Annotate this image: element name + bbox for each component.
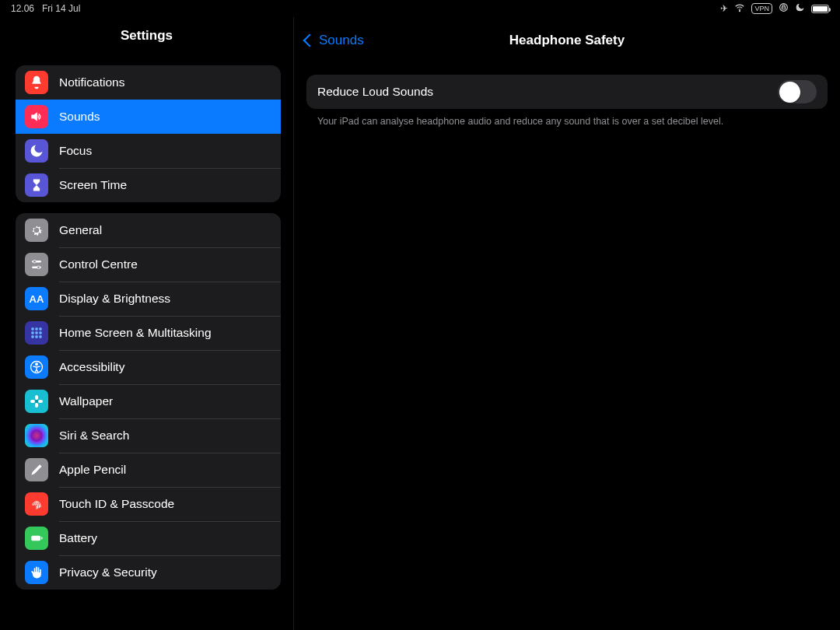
person-icon	[25, 355, 48, 379]
sidebar-header: Settings	[0, 17, 293, 54]
svg-rect-6	[31, 327, 33, 330]
detail-footer: Your iPad can analyse headphone audio an…	[294, 109, 840, 128]
sidebar-item-label: Accessibility	[59, 360, 124, 374]
sidebar-item-label: Notifications	[59, 75, 124, 89]
svg-point-17	[35, 400, 38, 403]
sidebar-item-label: Privacy & Security	[59, 565, 157, 579]
sidebar-item-label: Touch ID & Passcode	[59, 497, 174, 511]
sidebar-item-label: Sounds	[59, 110, 100, 124]
detail-pane: Sounds Headphone Safety Reduce Loud Soun…	[294, 17, 840, 630]
pencil-icon	[25, 458, 48, 481]
battery-icon	[25, 527, 48, 550]
sidebar-item-label: Focus	[59, 144, 92, 158]
aa-icon: AA	[25, 287, 48, 310]
svg-rect-14	[39, 335, 41, 338]
status-bar: 12.06 Fri 14 Jul ✈ VPN	[0, 0, 840, 17]
hourglass-icon	[25, 173, 48, 197]
sidebar-group-2: General Control Centre AA Display & Brig…	[16, 213, 281, 590]
battery-icon	[811, 5, 829, 13]
svg-rect-10	[35, 331, 37, 334]
svg-point-3	[33, 260, 37, 263]
wifi-icon	[734, 2, 745, 16]
orientation-lock-icon	[779, 2, 789, 15]
sidebar-title: Settings	[121, 28, 173, 44]
row-reduce-loud-sounds[interactable]: Reduce Loud Sounds	[306, 75, 828, 109]
sidebar-item-battery[interactable]: Battery	[16, 521, 281, 555]
sidebar-item-privacy-security[interactable]: Privacy & Security	[16, 555, 281, 590]
svg-point-22	[31, 430, 43, 442]
svg-point-0	[740, 10, 740, 11]
svg-rect-12	[31, 335, 33, 338]
sidebar-item-label: Display & Brightness	[59, 292, 170, 306]
hand-icon	[25, 561, 48, 584]
sidebar-item-general[interactable]: General	[16, 213, 281, 247]
sidebar-item-touch-id[interactable]: Touch ID & Passcode	[16, 487, 281, 521]
sliders-icon	[25, 253, 48, 276]
back-label: Sounds	[319, 33, 364, 48]
sidebar-item-apple-pencil[interactable]: Apple Pencil	[16, 453, 281, 487]
svg-rect-7	[35, 327, 37, 330]
reduce-loud-sounds-toggle[interactable]	[778, 80, 817, 103]
svg-rect-23	[31, 536, 40, 541]
svg-point-16	[36, 363, 38, 366]
sidebar-item-label: General	[59, 223, 102, 237]
status-left: 12.06 Fri 14 Jul	[11, 3, 80, 14]
sidebar-item-label: Home Screen & Multitasking	[59, 326, 212, 340]
airplane-mode-icon: ✈	[720, 3, 728, 14]
chevron-left-icon	[303, 34, 317, 47]
svg-point-18	[35, 395, 38, 400]
detail-title: Headphone Safety	[305, 33, 829, 48]
moon-icon	[795, 2, 805, 15]
bell-icon	[25, 71, 48, 94]
flower-icon	[25, 390, 48, 413]
sidebar-item-notifications[interactable]: Notifications	[16, 65, 281, 100]
sidebar-item-home-screen[interactable]: Home Screen & Multitasking	[16, 316, 281, 350]
fingerprint-icon	[25, 492, 48, 516]
detail-group: Reduce Loud Sounds	[306, 75, 828, 109]
moon-icon	[25, 139, 48, 163]
siri-icon	[25, 424, 48, 447]
status-right: ✈ VPN	[720, 2, 829, 16]
sidebar-item-display-brightness[interactable]: AA Display & Brightness	[16, 282, 281, 316]
row-label: Reduce Loud Sounds	[317, 85, 433, 99]
svg-rect-24	[41, 537, 43, 539]
svg-rect-11	[39, 331, 41, 334]
sidebar-group-1: Notifications Sounds Focus Screen Time	[16, 65, 281, 202]
grid-icon	[25, 321, 48, 345]
status-date: Fri 14 Jul	[42, 3, 80, 14]
sidebar-item-label: Apple Pencil	[59, 463, 126, 477]
sidebar-item-label: Siri & Search	[59, 429, 129, 443]
sidebar-item-wallpaper[interactable]: Wallpaper	[16, 384, 281, 418]
status-time: 12.06	[11, 3, 34, 14]
detail-nav: Sounds Headphone Safety	[305, 25, 829, 56]
sidebar-item-siri-search[interactable]: Siri & Search	[16, 418, 281, 453]
svg-point-20	[30, 400, 35, 403]
svg-point-21	[38, 400, 43, 403]
speaker-icon	[25, 105, 48, 128]
toggle-knob	[779, 82, 800, 103]
svg-rect-13	[35, 335, 37, 338]
sidebar-item-label: Wallpaper	[59, 394, 113, 408]
settings-sidebar: Settings Notifications Sounds Focus	[0, 17, 294, 630]
sidebar-item-label: Control Centre	[59, 257, 138, 271]
sidebar-item-control-centre[interactable]: Control Centre	[16, 247, 281, 282]
vpn-badge: VPN	[751, 3, 772, 14]
svg-rect-8	[39, 327, 41, 330]
sidebar-item-screen-time[interactable]: Screen Time	[16, 168, 281, 202]
sidebar-item-focus[interactable]: Focus	[16, 134, 281, 168]
svg-rect-9	[31, 331, 33, 334]
svg-point-5	[37, 266, 40, 269]
back-button[interactable]: Sounds	[305, 33, 364, 48]
svg-point-19	[35, 403, 38, 408]
sidebar-item-label: Screen Time	[59, 178, 127, 192]
sidebar-item-sounds[interactable]: Sounds	[16, 100, 281, 134]
sidebar-item-label: Battery	[59, 531, 97, 545]
sidebar-item-accessibility[interactable]: Accessibility	[16, 350, 281, 384]
gear-icon	[25, 219, 48, 242]
